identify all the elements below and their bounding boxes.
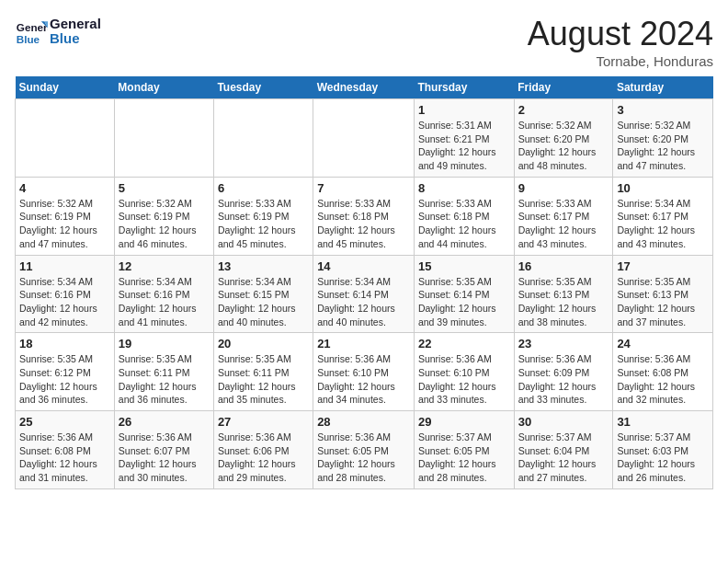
calendar-cell: 10Sunrise: 5:34 AMSunset: 6:17 PMDayligh…	[613, 177, 713, 255]
week-row-2: 4Sunrise: 5:32 AMSunset: 6:19 PMDaylight…	[16, 177, 713, 255]
day-info: Sunrise: 5:36 AMSunset: 6:10 PMDaylight:…	[317, 352, 410, 407]
day-info: Sunrise: 5:36 AMSunset: 6:06 PMDaylight:…	[218, 431, 309, 485]
day-info: Sunrise: 5:34 AMSunset: 6:15 PMDaylight:…	[218, 275, 309, 329]
day-number: 31	[617, 415, 709, 429]
day-info: Sunrise: 5:37 AMSunset: 6:04 PMDaylight:…	[518, 431, 609, 485]
calendar-cell: 29Sunrise: 5:37 AMSunset: 6:05 PMDayligh…	[414, 411, 514, 489]
calendar-cell: 23Sunrise: 5:36 AMSunset: 6:09 PMDayligh…	[514, 333, 613, 411]
day-number: 16	[518, 259, 609, 273]
day-info: Sunrise: 5:32 AMSunset: 6:19 PMDaylight:…	[119, 197, 210, 251]
day-info: Sunrise: 5:35 AMSunset: 6:11 PMDaylight:…	[218, 352, 309, 407]
day-info: Sunrise: 5:33 AMSunset: 6:18 PMDaylight:…	[317, 197, 410, 251]
logo-line2: Blue	[50, 31, 101, 47]
col-header-sunday: Sunday	[16, 76, 115, 99]
day-info: Sunrise: 5:32 AMSunset: 6:20 PMDaylight:…	[518, 119, 609, 173]
day-number: 3	[617, 103, 709, 117]
day-number: 17	[617, 259, 709, 273]
calendar-cell: 31Sunrise: 5:37 AMSunset: 6:03 PMDayligh…	[613, 411, 713, 489]
calendar-table: SundayMondayTuesdayWednesdayThursdayFrid…	[15, 76, 713, 489]
col-header-monday: Monday	[114, 76, 213, 99]
calendar-cell: 13Sunrise: 5:34 AMSunset: 6:15 PMDayligh…	[213, 255, 313, 333]
calendar-cell: 19Sunrise: 5:35 AMSunset: 6:11 PMDayligh…	[114, 333, 213, 411]
col-header-wednesday: Wednesday	[313, 76, 415, 99]
day-number: 27	[218, 415, 309, 429]
svg-text:Blue: Blue	[17, 33, 40, 45]
day-info: Sunrise: 5:34 AMSunset: 6:14 PMDaylight:…	[317, 275, 410, 329]
calendar-cell: 24Sunrise: 5:36 AMSunset: 6:08 PMDayligh…	[613, 333, 713, 411]
day-info: Sunrise: 5:35 AMSunset: 6:12 PMDaylight:…	[19, 352, 110, 407]
day-info: Sunrise: 5:34 AMSunset: 6:16 PMDaylight:…	[19, 275, 110, 329]
calendar-cell: 14Sunrise: 5:34 AMSunset: 6:14 PMDayligh…	[313, 255, 415, 333]
calendar-cell: 22Sunrise: 5:36 AMSunset: 6:10 PMDayligh…	[414, 333, 514, 411]
day-number: 1	[418, 103, 510, 117]
day-info: Sunrise: 5:36 AMSunset: 6:08 PMDaylight:…	[19, 431, 110, 485]
logo-line1: General	[50, 17, 101, 32]
day-number: 9	[518, 181, 609, 195]
week-row-5: 25Sunrise: 5:36 AMSunset: 6:08 PMDayligh…	[16, 411, 713, 489]
calendar-cell: 5Sunrise: 5:32 AMSunset: 6:19 PMDaylight…	[114, 177, 213, 255]
calendar-cell: 30Sunrise: 5:37 AMSunset: 6:04 PMDayligh…	[514, 411, 613, 489]
calendar-cell: 3Sunrise: 5:32 AMSunset: 6:20 PMDaylight…	[613, 99, 713, 178]
day-info: Sunrise: 5:36 AMSunset: 6:07 PMDaylight:…	[119, 431, 210, 485]
calendar-cell	[313, 99, 415, 178]
day-number: 22	[418, 337, 510, 350]
day-info: Sunrise: 5:33 AMSunset: 6:19 PMDaylight:…	[218, 197, 309, 251]
day-number: 18	[19, 337, 110, 350]
week-row-3: 11Sunrise: 5:34 AMSunset: 6:16 PMDayligh…	[16, 255, 713, 333]
day-number: 20	[218, 337, 309, 350]
month-title: August 2024	[528, 15, 713, 53]
calendar-cell: 9Sunrise: 5:33 AMSunset: 6:17 PMDaylight…	[514, 177, 613, 255]
day-info: Sunrise: 5:36 AMSunset: 6:09 PMDaylight:…	[518, 352, 609, 407]
day-number: 26	[119, 415, 210, 429]
calendar-cell: 18Sunrise: 5:35 AMSunset: 6:12 PMDayligh…	[16, 333, 115, 411]
calendar-cell	[213, 99, 313, 178]
calendar-cell	[114, 99, 213, 178]
day-number: 10	[617, 181, 709, 195]
day-number: 25	[19, 415, 110, 429]
calendar-cell: 6Sunrise: 5:33 AMSunset: 6:19 PMDaylight…	[213, 177, 313, 255]
calendar-cell: 15Sunrise: 5:35 AMSunset: 6:14 PMDayligh…	[414, 255, 514, 333]
day-number: 23	[518, 337, 609, 350]
day-info: Sunrise: 5:33 AMSunset: 6:17 PMDaylight:…	[518, 197, 609, 251]
calendar-cell	[16, 99, 115, 178]
logo-icon: General Blue	[15, 15, 48, 48]
col-header-saturday: Saturday	[613, 76, 713, 99]
day-info: Sunrise: 5:31 AMSunset: 6:21 PMDaylight:…	[418, 119, 510, 173]
day-number: 7	[317, 181, 410, 195]
day-info: Sunrise: 5:32 AMSunset: 6:19 PMDaylight:…	[19, 197, 110, 251]
day-info: Sunrise: 5:35 AMSunset: 6:11 PMDaylight:…	[119, 352, 210, 407]
calendar-header: SundayMondayTuesdayWednesdayThursdayFrid…	[16, 76, 713, 99]
day-number: 12	[119, 259, 210, 273]
location-subtitle: Tornabe, Honduras	[528, 53, 713, 69]
day-info: Sunrise: 5:32 AMSunset: 6:20 PMDaylight:…	[617, 119, 709, 173]
week-row-1: 1Sunrise: 5:31 AMSunset: 6:21 PMDaylight…	[16, 99, 713, 178]
day-number: 13	[218, 259, 309, 273]
day-number: 30	[518, 415, 609, 429]
calendar-cell: 21Sunrise: 5:36 AMSunset: 6:10 PMDayligh…	[313, 333, 415, 411]
col-header-tuesday: Tuesday	[213, 76, 313, 99]
calendar-cell: 20Sunrise: 5:35 AMSunset: 6:11 PMDayligh…	[213, 333, 313, 411]
day-info: Sunrise: 5:34 AMSunset: 6:16 PMDaylight:…	[119, 275, 210, 329]
col-header-friday: Friday	[514, 76, 613, 99]
day-number: 29	[418, 415, 510, 429]
week-row-4: 18Sunrise: 5:35 AMSunset: 6:12 PMDayligh…	[16, 333, 713, 411]
day-info: Sunrise: 5:33 AMSunset: 6:18 PMDaylight:…	[418, 197, 510, 251]
day-info: Sunrise: 5:35 AMSunset: 6:13 PMDaylight:…	[617, 275, 709, 329]
day-info: Sunrise: 5:37 AMSunset: 6:05 PMDaylight:…	[418, 431, 510, 485]
calendar-cell: 16Sunrise: 5:35 AMSunset: 6:13 PMDayligh…	[514, 255, 613, 333]
col-header-thursday: Thursday	[414, 76, 514, 99]
calendar-cell: 8Sunrise: 5:33 AMSunset: 6:18 PMDaylight…	[414, 177, 514, 255]
calendar-cell: 7Sunrise: 5:33 AMSunset: 6:18 PMDaylight…	[313, 177, 415, 255]
day-info: Sunrise: 5:36 AMSunset: 6:05 PMDaylight:…	[317, 431, 410, 485]
page-header: General Blue General Blue August 2024 To…	[15, 15, 713, 69]
day-info: Sunrise: 5:35 AMSunset: 6:14 PMDaylight:…	[418, 275, 510, 329]
calendar-cell: 28Sunrise: 5:36 AMSunset: 6:05 PMDayligh…	[313, 411, 415, 489]
calendar-cell: 26Sunrise: 5:36 AMSunset: 6:07 PMDayligh…	[114, 411, 213, 489]
day-number: 2	[518, 103, 609, 117]
day-number: 24	[617, 337, 709, 350]
calendar-cell: 25Sunrise: 5:36 AMSunset: 6:08 PMDayligh…	[16, 411, 115, 489]
calendar-cell: 12Sunrise: 5:34 AMSunset: 6:16 PMDayligh…	[114, 255, 213, 333]
day-info: Sunrise: 5:36 AMSunset: 6:08 PMDaylight:…	[617, 352, 709, 407]
day-info: Sunrise: 5:34 AMSunset: 6:17 PMDaylight:…	[617, 197, 709, 251]
calendar-cell: 27Sunrise: 5:36 AMSunset: 6:06 PMDayligh…	[213, 411, 313, 489]
